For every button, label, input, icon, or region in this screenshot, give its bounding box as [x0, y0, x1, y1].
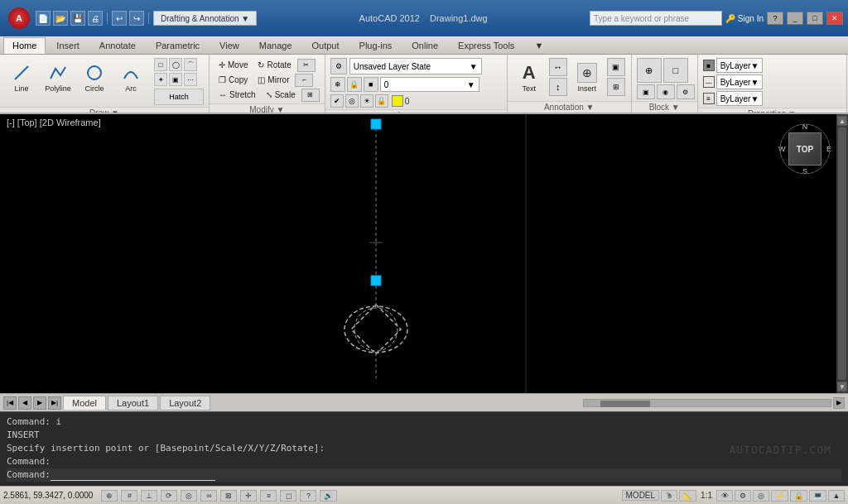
qat-save[interactable]: 💾 — [70, 11, 85, 26]
tab-nav-next[interactable]: ▶ — [33, 396, 46, 410]
qat-new[interactable]: 📄 — [36, 11, 51, 26]
grid-btn[interactable]: # — [121, 490, 137, 502]
minimize-button[interactable]: _ — [787, 12, 803, 25]
tab-more[interactable]: ▼ — [525, 37, 552, 54]
draw-circle-button[interactable]: Circle — [78, 58, 111, 98]
drawing-viewport[interactable]: [-] [Top] [2D Wireframe] N S E W TOP — [0, 114, 848, 393]
osnap-btn[interactable]: ◎ — [181, 490, 197, 502]
ann-extra-2[interactable]: ⊞ — [607, 78, 625, 96]
hardware-btn[interactable]: 💻 — [809, 490, 826, 502]
modify-rotate-button[interactable]: ↻ Rotate — [253, 58, 295, 72]
tab-nav-first[interactable]: |◀ — [3, 396, 17, 410]
close-button[interactable]: ✕ — [826, 12, 843, 25]
ann-extra-1[interactable]: ▣ — [607, 58, 625, 76]
layer-freeze-obj-btn[interactable]: ☀ — [360, 94, 373, 108]
modify-stretch-button[interactable]: ↔ Stretch — [214, 88, 260, 102]
search-box[interactable]: Type a keyword or phrase — [590, 11, 722, 26]
ducs-btn[interactable]: ⊠ — [220, 490, 237, 502]
dim-linear-btn[interactable]: ↔ — [549, 58, 567, 76]
tab-online[interactable]: Online — [402, 37, 447, 54]
block-create-btn[interactable]: □ — [663, 58, 688, 83]
draw-extra-2[interactable]: ◯ — [169, 58, 182, 71]
tab-output[interactable]: Output — [303, 37, 349, 54]
otrack-btn[interactable]: ∞ — [200, 490, 217, 502]
block-extra-3[interactable]: ⚙ — [677, 84, 695, 99]
ortho-btn[interactable]: ⊥ — [141, 490, 157, 502]
tpmode-btn[interactable]: ◻ — [280, 490, 296, 502]
tab-manage[interactable]: Manage — [250, 37, 301, 54]
modify-scale-button[interactable]: ⤡ Scale — [262, 88, 300, 102]
sc-btn[interactable]: 🔊 — [320, 490, 337, 502]
block-extra-1[interactable]: ▣ — [637, 84, 655, 99]
annotation-visibility-btn[interactable]: 👁 — [716, 490, 733, 502]
isolate-btn[interactable]: ◎ — [753, 490, 769, 502]
workspace-selector[interactable]: Drafting & Annotation ▼ — [153, 11, 257, 26]
lw-btn[interactable]: ≡ — [260, 490, 277, 502]
trim-icon-btn[interactable]: ✂ — [297, 59, 316, 72]
viewport-scrollbar-right[interactable]: ▲ ▼ — [836, 114, 848, 393]
annotation-insert-button[interactable]: ⊕ Insert — [571, 58, 604, 98]
viewport-hscrollbar[interactable] — [583, 399, 831, 407]
fillet-icon-btn[interactable]: ⌐ — [295, 74, 313, 87]
signin-link[interactable]: 🔑 Sign In — [725, 14, 764, 23]
maximize-button[interactable]: □ — [807, 12, 823, 25]
layer-state-dropdown[interactable]: Unsaved Layer State ▼ — [349, 58, 482, 74]
workspace-switch-btn[interactable]: ⚡ — [771, 490, 788, 502]
tab-annotate[interactable]: Annotate — [90, 37, 145, 54]
block-extra-2[interactable]: ◉ — [657, 84, 675, 99]
tab-plugins[interactable]: Plug-ins — [350, 37, 402, 54]
draw-hatch-btn[interactable]: Hatch — [154, 89, 204, 105]
tab-express-tools[interactable]: Express Tools — [449, 37, 523, 54]
scroll-down-btn[interactable]: ▼ — [837, 382, 847, 391]
qat-undo[interactable]: ↩ — [112, 11, 127, 26]
dyn-btn[interactable]: ✛ — [240, 490, 257, 502]
draw-line-button[interactable]: Line — [5, 58, 38, 98]
layout1-tab[interactable]: Layout1 — [108, 396, 158, 410]
draw-extra-5[interactable]: ▣ — [169, 73, 182, 86]
app-button[interactable]: A — [8, 7, 30, 29]
hscroll-right-btn[interactable]: ▶ — [833, 397, 845, 409]
snap-btn[interactable]: ⊕ — [101, 490, 118, 502]
modify-mirror-button[interactable]: ◫ Mirror — [253, 73, 293, 87]
draw-polyline-button[interactable]: Polyline — [41, 58, 75, 98]
layer-isolate-btn[interactable]: ◎ — [345, 94, 359, 108]
qp-btn[interactable]: ? — [300, 490, 316, 502]
dim-other-btn[interactable]: ↕ — [549, 78, 567, 96]
draw-extra-6[interactable]: ⋯ — [184, 73, 197, 86]
layout2-tab[interactable]: Layout2 — [160, 396, 210, 410]
draw-extra-3[interactable]: ⌒ — [184, 58, 197, 71]
modify-copy-button[interactable]: ❐ Copy — [214, 73, 252, 87]
color-dropdown[interactable]: ByLayer▼ — [716, 58, 764, 73]
cmd-line-5[interactable]: Command: — [7, 468, 841, 482]
tab-parametric[interactable]: Parametric — [147, 37, 209, 54]
scroll-thumb[interactable] — [838, 127, 846, 380]
layer-lock-obj-btn[interactable]: 🔓 — [375, 94, 388, 108]
draw-arc-button[interactable]: Arc — [114, 58, 147, 98]
tab-home[interactable]: Home — [3, 37, 46, 54]
tab-view[interactable]: View — [210, 37, 248, 54]
draw-extra-1[interactable]: □ — [154, 58, 167, 71]
hscroll-thumb[interactable] — [600, 401, 650, 407]
modify-move-button[interactable]: ✛ Move — [214, 58, 252, 72]
layer-name-dropdown[interactable]: 0 ▼ — [380, 77, 479, 92]
annotation-text-button[interactable]: A Text — [513, 58, 546, 98]
layer-make-current-btn[interactable]: ✔ — [330, 94, 344, 108]
qat-open[interactable]: 📂 — [53, 11, 68, 26]
scroll-up-btn[interactable]: ▲ — [837, 116, 847, 126]
tab-nav-last[interactable]: ▶| — [48, 396, 61, 410]
block-insert-btn[interactable]: ⊕ — [637, 58, 662, 83]
qat-redo[interactable]: ↪ — [129, 11, 144, 26]
array-icon-btn[interactable]: ⊞ — [301, 89, 320, 102]
tab-insert[interactable]: Insert — [47, 37, 89, 54]
layer-lock-btn[interactable]: 🔒 — [347, 77, 362, 92]
lineweight-dropdown[interactable]: ByLayer▼ — [716, 91, 764, 106]
help-button[interactable]: ? — [767, 12, 783, 25]
model-tab[interactable]: Model — [63, 396, 106, 410]
qat-print[interactable]: 🖨 — [88, 11, 103, 26]
layer-color-display[interactable]: 0 — [390, 95, 412, 107]
layer-freeze-btn[interactable]: ❄ — [330, 77, 345, 92]
linetype-dropdown[interactable]: ByLayer▼ — [716, 74, 764, 89]
layer-color-btn[interactable]: ■ — [364, 77, 378, 92]
toolbar-btn[interactable]: ▲ — [828, 490, 845, 502]
tab-nav-prev[interactable]: ◀ — [18, 396, 31, 410]
